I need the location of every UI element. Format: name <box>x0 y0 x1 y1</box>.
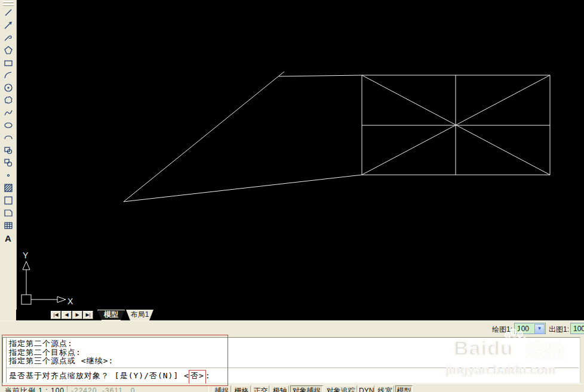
otrack-toggle[interactable]: 对象追踪 <box>324 385 357 392</box>
combo-dropdown-icon[interactable]: ▼ <box>534 324 545 334</box>
snap-toggle[interactable]: 捕捉 <box>213 385 231 392</box>
draw-scale-label: 绘图1: <box>492 325 512 335</box>
ellipse-icon[interactable] <box>2 119 15 131</box>
region-icon[interactable] <box>2 207 15 219</box>
prompt-text: 是否基于对齐点缩放对象？ [是(Y)/否(N)] < <box>9 371 189 380</box>
ucs-x-label: X <box>67 297 73 306</box>
layout-tab-bar: |◀ ◀ ▶ ▶| 模型 布局1 <box>16 310 584 320</box>
coordinate-readout: -22420, -3611 , 0 <box>67 385 209 392</box>
prompt-suffix: : <box>205 371 211 380</box>
ucs-y-arrowhead <box>23 261 30 270</box>
circle-icon[interactable] <box>2 82 15 94</box>
draw-toolbar: A <box>0 0 17 320</box>
polygon-icon[interactable] <box>2 44 15 56</box>
ucs-icon: Y X <box>21 251 73 306</box>
draw-scale-value: 100 <box>517 325 529 333</box>
table-icon[interactable] <box>2 220 15 232</box>
tab-nav-last-icon[interactable]: ▶| <box>83 311 93 319</box>
tab-nav-next-icon[interactable]: ▶ <box>72 311 82 319</box>
spline-icon[interactable] <box>2 107 15 119</box>
current-scale-text: 当前比例 1 : 100 <box>5 386 64 392</box>
command-history: 指定第二个源点: 指定第二个目标点: 指定第三个源点或 <继续>: 是否基于对齐… <box>6 338 579 382</box>
polyline-icon[interactable] <box>2 32 15 44</box>
ucs-origin-square <box>21 295 31 304</box>
command-prompt-line[interactable]: 是否基于对齐点缩放对象？ [是(Y)/否(N)] <否>: <box>9 371 211 381</box>
ucs-y-label: Y <box>23 251 29 260</box>
ucs-x-arrowhead <box>57 297 66 303</box>
command-history-line: 指定第二个源点: <box>9 339 579 348</box>
drawing-geometry: Y X <box>0 0 584 310</box>
tab-layout1[interactable]: 布局1 <box>126 310 153 320</box>
prompt-default-option: 否> <box>190 371 204 380</box>
polar-toggle[interactable]: 极轴 <box>271 385 289 392</box>
scale-strip: 绘图1: 100 ▼ 出图1: 100 <box>0 320 584 338</box>
hatch-icon[interactable] <box>2 182 15 194</box>
command-history-line: 指定第三个源点或 <继续>: <box>9 357 579 366</box>
draw-scale-combo[interactable]: 100 ▼ <box>514 323 546 334</box>
point-tool-icon[interactable] <box>2 169 15 181</box>
arc-icon[interactable] <box>2 69 15 81</box>
autocad-window: Y X A |◀ ◀ ▶ ▶| 模型 布局1 绘图1: <box>0 0 584 392</box>
status-bar: 当前比例 1 : 100 -22420, -3611 , 0 捕捉 栅格 正交 … <box>0 384 584 392</box>
gradient-icon[interactable] <box>2 195 15 206</box>
tab-nav-prev-icon[interactable]: ◀ <box>62 311 72 319</box>
construction-line-icon[interactable] <box>2 19 15 31</box>
plot-scale-label: 出图1: <box>549 325 569 335</box>
insert-block-icon[interactable] <box>2 144 15 156</box>
command-separator <box>7 368 579 368</box>
command-window[interactable]: 指定第二个源点: 指定第二个目标点: 指定第三个源点或 <继续>: 是否基于对齐… <box>2 337 580 383</box>
line-tool-icon[interactable] <box>2 7 15 18</box>
plot-scale-value: 100 <box>573 325 584 333</box>
lineweight-toggle[interactable]: 线宽 <box>376 385 394 392</box>
tab-nav-first-icon[interactable]: |◀ <box>51 311 61 319</box>
model-space-toggle[interactable]: 模型 <box>395 385 413 392</box>
make-block-icon[interactable] <box>2 157 15 169</box>
ellipse-arc-icon[interactable] <box>2 132 15 144</box>
mtext-icon[interactable]: A <box>2 232 15 244</box>
grid-toggle[interactable]: 栅格 <box>232 385 251 392</box>
toolbar-grip-2[interactable] <box>3 4 14 6</box>
dyn-toggle[interactable]: DYN <box>358 385 374 392</box>
drawing-lines <box>124 72 550 202</box>
revision-cloud-icon[interactable] <box>2 94 15 106</box>
ortho-toggle[interactable]: 正交 <box>252 385 269 392</box>
osnap-toggle[interactable]: 对象捕捉 <box>290 385 323 392</box>
plot-scale-combo[interactable]: 100 <box>570 323 584 334</box>
tab-model[interactable]: 模型 <box>97 310 125 320</box>
toolbar-grip[interactable] <box>3 1 14 3</box>
rectangle-icon[interactable] <box>2 57 15 69</box>
command-history-line: 指定第二个目标点: <box>9 348 579 357</box>
